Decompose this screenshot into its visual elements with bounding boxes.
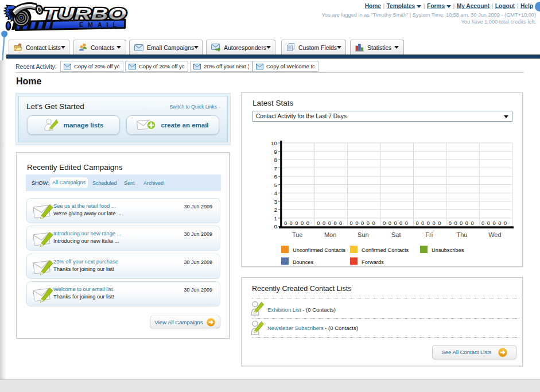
svg-text:0: 0 xyxy=(454,220,457,226)
svg-text:0: 0 xyxy=(323,220,325,226)
svg-text:0: 0 xyxy=(421,220,424,226)
svg-text:5: 5 xyxy=(274,182,278,188)
svg-text:Thu: Thu xyxy=(457,231,468,238)
svg-text:Sun: Sun xyxy=(358,231,369,238)
svg-text:0: 0 xyxy=(427,220,430,226)
svg-text:0: 0 xyxy=(301,220,304,226)
svg-text:0: 0 xyxy=(399,220,402,226)
svg-text:0: 0 xyxy=(415,220,418,226)
svg-text:6: 6 xyxy=(274,173,278,180)
svg-text:Mon: Mon xyxy=(324,231,336,238)
svg-text:0: 0 xyxy=(498,220,501,226)
svg-text:0: 0 xyxy=(328,220,331,226)
svg-text:Forwards: Forwards xyxy=(362,259,384,265)
svg-text:0: 0 xyxy=(449,220,452,226)
svg-text:0: 0 xyxy=(433,220,436,226)
svg-text:Confirmed Contacts: Confirmed Contacts xyxy=(362,247,409,253)
svg-text:0: 0 xyxy=(438,220,441,226)
svg-text:3: 3 xyxy=(274,199,278,205)
svg-text:Bounces: Bounces xyxy=(293,259,314,265)
svg-text:0: 0 xyxy=(295,220,298,226)
svg-text:0: 0 xyxy=(383,220,386,226)
svg-text:0: 0 xyxy=(367,220,370,226)
svg-text:0: 0 xyxy=(306,220,309,226)
svg-text:9: 9 xyxy=(274,149,277,155)
svg-text:4: 4 xyxy=(274,190,278,196)
svg-text:8: 8 xyxy=(274,157,278,163)
svg-text:2: 2 xyxy=(274,207,277,213)
svg-text:Tue: Tue xyxy=(292,231,303,238)
svg-text:0: 0 xyxy=(284,220,287,226)
svg-text:Sat: Sat xyxy=(391,231,401,238)
svg-text:0: 0 xyxy=(493,220,496,226)
svg-text:0: 0 xyxy=(465,220,468,226)
svg-text:0: 0 xyxy=(394,220,397,226)
svg-text:0: 0 xyxy=(339,220,342,226)
svg-text:1: 1 xyxy=(274,215,277,222)
svg-text:0: 0 xyxy=(350,220,353,226)
svg-text:0: 0 xyxy=(355,220,358,226)
svg-text:0: 0 xyxy=(504,220,507,226)
svg-text:Fri: Fri xyxy=(425,231,433,238)
svg-text:0: 0 xyxy=(372,220,375,226)
svg-text:0: 0 xyxy=(471,220,474,226)
svg-text:7: 7 xyxy=(274,165,277,172)
svg-text:10: 10 xyxy=(271,140,277,146)
svg-text:0: 0 xyxy=(405,220,408,226)
svg-text:0: 0 xyxy=(333,220,336,226)
svg-text:0: 0 xyxy=(274,223,278,230)
svg-text:0: 0 xyxy=(317,220,320,226)
svg-text:Unsubscribes: Unsubscribes xyxy=(432,247,464,253)
svg-text:TURBO: TURBO xyxy=(43,4,126,23)
svg-text:Wed: Wed xyxy=(488,231,501,238)
svg-text:0: 0 xyxy=(290,220,293,226)
svg-text:0: 0 xyxy=(460,220,463,226)
svg-text:0: 0 xyxy=(361,220,364,226)
svg-text:0: 0 xyxy=(389,220,391,226)
svg-text:0: 0 xyxy=(481,220,484,226)
svg-text:Unconfirmed Contacts: Unconfirmed Contacts xyxy=(293,247,345,253)
svg-text:0: 0 xyxy=(487,220,490,226)
